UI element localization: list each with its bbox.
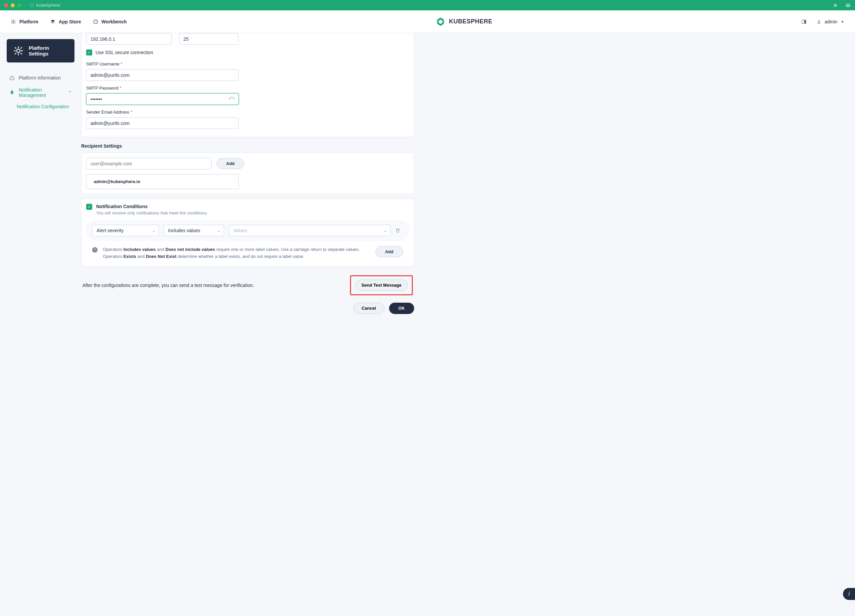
sender-email-label: Sender Email Address* xyxy=(86,110,409,115)
titlebar-actions xyxy=(832,2,851,8)
smtp-username-label: SMTP Username* xyxy=(86,61,409,66)
gauge-icon xyxy=(93,19,98,25)
smtp-password-input[interactable] xyxy=(86,93,239,105)
hamburger-icon[interactable] xyxy=(845,2,851,8)
settings-gear-icon xyxy=(13,46,23,56)
notification-conditions-card: ✓ Notification Conditions You will recei… xyxy=(81,199,414,267)
window-close-button[interactable] xyxy=(4,3,8,7)
recipient-list-item[interactable]: admin@kubesphere.io xyxy=(86,174,239,189)
condition-info-row: ? Operators Includes values and Does not… xyxy=(86,245,409,262)
smtp-port-input[interactable] xyxy=(179,33,239,45)
conditions-title: Notification Conditions xyxy=(96,204,208,209)
ssl-checkbox[interactable]: ✓ xyxy=(86,49,92,55)
condition-operator-select[interactable]: Includes values ⌄ xyxy=(164,225,224,236)
form-actions: Cancel OK xyxy=(81,303,414,314)
conditions-desc: You will receive only notifications that… xyxy=(96,210,208,216)
ok-button[interactable]: OK xyxy=(389,303,414,314)
user-menu[interactable]: admin ▼ xyxy=(817,19,844,25)
smtp-server-input[interactable] xyxy=(86,33,172,45)
conditions-checkbox[interactable]: ✓ xyxy=(86,204,92,210)
sidebar-item-platform-info[interactable]: Platform Information xyxy=(7,72,75,84)
sidebar-item-notification-configuration[interactable]: Notification Configuration xyxy=(7,101,75,112)
window-controls xyxy=(4,3,21,7)
user-icon xyxy=(817,19,821,24)
smtp-settings-card: ✓ Use SSL secure connection SMTP Usernam… xyxy=(81,33,414,137)
expand-icon[interactable] xyxy=(832,2,838,8)
recipient-email-input[interactable] xyxy=(86,158,212,169)
chevron-down-icon: ▼ xyxy=(841,20,844,24)
smtp-password-label: SMTP Password* xyxy=(86,86,409,90)
brand-logo[interactable]: KUBESPHERE xyxy=(435,17,492,27)
home-icon xyxy=(9,75,15,81)
condition-info-text: Operators Includes values and Does not i… xyxy=(103,246,370,260)
gear-icon xyxy=(11,19,16,25)
window-title: KubeSphere xyxy=(36,3,60,8)
settings-title: Platform Settings xyxy=(29,45,68,57)
window-titlebar: KubeSphere xyxy=(0,0,855,10)
top-navbar: Platform App Store Workbench KUBESPHERE xyxy=(0,10,855,33)
content-area: ✓ Use SSL secure connection SMTP Usernam… xyxy=(81,33,420,327)
nav-left: Platform App Store Workbench xyxy=(11,19,127,25)
chevron-down-icon: ⌄ xyxy=(152,228,155,233)
nav-right: admin ▼ xyxy=(801,19,844,25)
recipient-add-button[interactable]: Add xyxy=(216,158,244,169)
ssl-label: Use SSL secure connection xyxy=(95,50,153,55)
sidebar: Platform Settings Platform Information N… xyxy=(0,33,81,327)
svg-point-6 xyxy=(12,94,12,95)
chevron-down-icon: ⌄ xyxy=(218,228,221,233)
nav-app-store[interactable]: App Store xyxy=(50,19,81,25)
condition-delete-button[interactable] xyxy=(395,228,403,233)
layers-icon xyxy=(50,19,55,25)
window-minimize-button[interactable] xyxy=(11,3,15,7)
svg-point-4 xyxy=(818,20,820,22)
nav-workbench[interactable]: Workbench xyxy=(93,19,127,25)
send-test-message-button[interactable]: Send Test Message xyxy=(355,280,408,291)
nav-center: KUBESPHERE xyxy=(127,17,801,27)
recipient-settings-card: Add admin@kubesphere.io xyxy=(81,153,414,194)
send-test-highlight: Send Test Message xyxy=(350,275,413,295)
platform-settings-card[interactable]: Platform Settings xyxy=(7,39,75,63)
panel-toggle-icon[interactable] xyxy=(801,19,807,25)
condition-add-button[interactable]: Add xyxy=(375,246,403,257)
window-title-wrap: KubeSphere xyxy=(29,3,60,8)
nav-platform[interactable]: Platform xyxy=(11,19,38,25)
sidebar-item-notification-management[interactable]: Notification Management ⌃ xyxy=(7,84,75,101)
question-icon: ? xyxy=(92,247,98,253)
kubesphere-titlebar-icon xyxy=(29,3,34,8)
condition-label-select[interactable]: Alert severity ⌄ xyxy=(92,225,159,236)
recipient-section-title: Recipient Settings xyxy=(81,143,414,149)
test-message-row: After the configurations are complete, y… xyxy=(81,275,414,295)
chevron-down-icon: ⌄ xyxy=(384,228,387,233)
smtp-username-input[interactable] xyxy=(86,69,239,81)
main-layout: Platform Settings Platform Information N… xyxy=(0,33,855,327)
svg-point-5 xyxy=(17,49,20,52)
svg-rect-3 xyxy=(804,20,806,23)
bell-icon xyxy=(9,90,15,95)
kubesphere-logo-icon xyxy=(435,17,446,27)
test-message-text: After the configurations are complete, y… xyxy=(83,283,254,288)
cancel-button[interactable]: Cancel xyxy=(353,303,385,314)
condition-builder-row: Alert severity ⌄ Includes values ⌄ Value… xyxy=(86,220,409,241)
svg-point-0 xyxy=(13,21,14,22)
condition-values-select[interactable]: Values ⌄ xyxy=(229,225,391,236)
eye-icon[interactable] xyxy=(229,96,235,102)
chevron-up-icon: ⌃ xyxy=(69,90,72,95)
ssl-checkbox-row: ✓ Use SSL secure connection xyxy=(86,49,409,55)
window-zoom-button[interactable] xyxy=(17,3,21,7)
sender-email-input[interactable] xyxy=(86,117,239,129)
sidebar-menu: Platform Information Notification Manage… xyxy=(7,72,75,112)
